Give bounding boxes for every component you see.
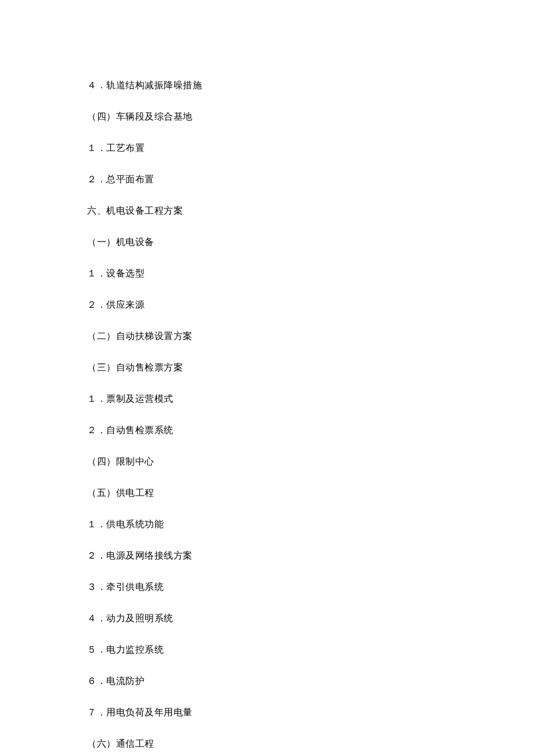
outline-item: ３．牵引供电系统 <box>87 580 447 594</box>
outline-item: ５．电力监控系统 <box>87 643 447 657</box>
outline-item: 六、机电设备工程方案 <box>87 204 447 218</box>
outline-item: １．票制及运营模式 <box>87 392 447 406</box>
outline-item: （五）供电工程 <box>87 486 447 500</box>
outline-item: １．设备选型 <box>87 267 447 280</box>
outline-item: （二）自动扶梯设置方案 <box>87 329 447 343</box>
outline-item: （六）通信工程 <box>87 737 447 751</box>
outline-item: ４．动力及照明系统 <box>87 611 447 625</box>
outline-item: １．工艺布置 <box>87 141 447 155</box>
outline-item: （一）机电设备 <box>87 235 447 249</box>
outline-item: （三）自动售检票方案 <box>87 361 447 375</box>
outline-item: ２．自动售检票系统 <box>87 423 447 437</box>
outline-item: （四）限制中心 <box>87 455 447 469</box>
outline-item: （四）车辆段及综合基地 <box>87 110 447 124</box>
outline-item: ２．供应来源 <box>87 298 447 312</box>
outline-item: ７．用电负荷及年用电量 <box>87 705 447 719</box>
outline-item: ４．轨道结构减振降噪措施 <box>87 78 447 92</box>
outline-item: １．供电系统功能 <box>87 517 447 531</box>
outline-item: ２．总平面布置 <box>87 172 447 186</box>
outline-item: ２．电源及网络接线方案 <box>87 549 447 563</box>
outline-item: ６．电流防护 <box>87 674 447 688</box>
